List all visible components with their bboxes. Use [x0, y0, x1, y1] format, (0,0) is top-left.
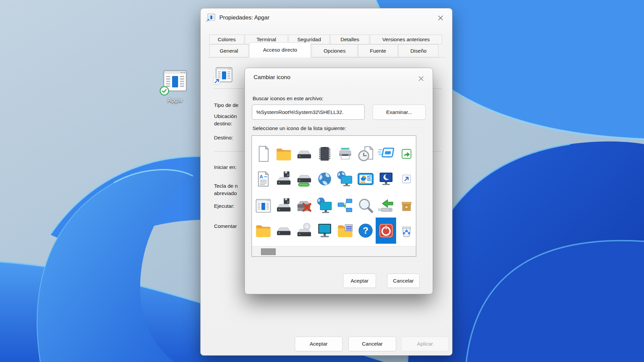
change-icon-cancel-button[interactable]: Cancelar	[387, 274, 420, 288]
folder-icon	[275, 145, 293, 163]
shortcut-overlay-icon	[400, 173, 413, 185]
drive-battery-icon	[295, 170, 313, 188]
window-app-shortcut-icon	[207, 12, 216, 23]
icon-grid-item-recycle-bin[interactable]	[396, 218, 416, 244]
shortcut-arrow-icon	[206, 18, 210, 22]
icon-grid-item-globe-monitor[interactable]	[335, 166, 355, 192]
icon-grid-item-drive-error[interactable]	[294, 193, 314, 219]
desktop-shortcut-apgar[interactable]: Apgar	[155, 66, 195, 104]
search-file-label: Buscar iconos en este archivo:	[253, 96, 323, 102]
tab-acceso-directo[interactable]: Acceso directo	[249, 42, 311, 58]
desktop-shortcut-label: Apgar	[155, 97, 195, 104]
icon-grid-item-cd-drive[interactable]	[294, 218, 314, 244]
properties-aplicar-button: Aplicar	[401, 337, 449, 351]
scrollbar-thumb[interactable]	[261, 248, 276, 255]
icon-grid-item-help-circle[interactable]: ?	[355, 218, 376, 244]
hard-drive-icon	[295, 145, 313, 163]
tab-versiones-anteriores[interactable]: Versiones anteriores	[370, 35, 442, 44]
tab-fuente[interactable]: Fuente	[358, 44, 398, 57]
properties-dialog-title: Propiedades: Apgar	[219, 14, 269, 21]
field-label: Ubicación destino:	[214, 113, 237, 127]
text-document-icon: A	[254, 170, 272, 188]
properties-aceptar-button[interactable]: Aceptar	[295, 337, 342, 351]
select-icon-label: Seleccione un icono de la lista siguient…	[253, 125, 346, 131]
icon-grid-item-usb-transfer[interactable]	[376, 193, 396, 219]
shortcut-arrow-icon	[213, 77, 220, 85]
globe-icon	[316, 170, 334, 188]
change-icon-ok-button[interactable]: Aceptar	[343, 274, 376, 288]
power-icon	[377, 222, 395, 240]
shortcut-preview-icon	[214, 65, 235, 85]
icon-grid-item-floppy-drive[interactable]	[273, 193, 294, 219]
drive-error-icon	[295, 197, 313, 215]
window-app-icon	[254, 197, 272, 215]
browse-button[interactable]: Examinar...	[373, 105, 426, 120]
icon-grid-item-monitor-globe[interactable]	[314, 193, 335, 219]
field-label: Destino:	[214, 134, 233, 141]
close-icon[interactable]	[415, 73, 427, 84]
field-label: Ejecutar:	[214, 202, 234, 210]
icon-grid-item-control-panel[interactable]	[355, 166, 376, 192]
properties-titlebar[interactable]: Propiedades: Apgar	[201, 8, 452, 27]
change-icon-dialog: Cambiar icono Buscar iconos en este arch…	[245, 68, 433, 294]
share-arrow-icon	[400, 147, 413, 161]
package-box-icon	[399, 198, 414, 213]
tab-general[interactable]: General	[209, 44, 249, 57]
icon-grid-item-globe[interactable]	[314, 166, 335, 192]
folder-apps-icon	[336, 222, 354, 240]
tab-colores[interactable]: Colores	[209, 35, 244, 44]
icon-grid-item-share-arrow[interactable]	[396, 141, 416, 167]
icon-grid-item-folder[interactable]	[273, 141, 294, 167]
properties-tab-row-2: GeneralAcceso directoOpcionesFuenteDiseñ…	[209, 44, 438, 58]
icon-grid-item-memory-chip[interactable]	[314, 141, 335, 167]
icon-grid-item-power-selected[interactable]	[376, 218, 396, 244]
tab-panel-edge	[207, 57, 445, 58]
floppy-drive-icon	[275, 197, 293, 215]
icon-grid-item-text-document[interactable]: A	[253, 166, 273, 192]
search-magnifier-icon	[357, 197, 375, 215]
properties-cancelar-button[interactable]: Cancelar	[348, 337, 396, 351]
field-label: Tecla de n abreviado	[214, 182, 238, 197]
network-screens-icon	[336, 197, 354, 215]
icon-grid-item-program-window[interactable]	[376, 141, 396, 167]
icon-grid-item-folder[interactable]	[253, 218, 273, 244]
blank-document-icon	[254, 145, 272, 163]
horizontal-scrollbar[interactable]	[252, 246, 416, 256]
icon-grid-item-monitor-moon[interactable]	[376, 166, 396, 192]
folder-icon	[254, 222, 272, 240]
icon-grid-item-search-magnifier[interactable]	[355, 193, 376, 219]
cd-drive-icon	[295, 222, 313, 240]
monitor-globe-icon	[316, 197, 334, 215]
program-window-icon	[377, 145, 395, 163]
icon-grid-item-monitor[interactable]	[314, 218, 335, 244]
icon-grid-item-folder-apps[interactable]	[335, 218, 355, 244]
floppy-drive-icon	[275, 170, 293, 188]
properties-tab-row-1: ColoresTerminalSeguridadDetallesVersione…	[209, 35, 442, 44]
icon-grid-item-hard-drive[interactable]	[294, 141, 314, 167]
icon-grid-item-printer[interactable]	[335, 141, 355, 167]
usb-transfer-icon	[377, 197, 395, 215]
green-check-badge-icon	[159, 86, 169, 96]
tab-detalles[interactable]: Detalles	[330, 35, 369, 44]
icon-grid-item-shortcut-overlay[interactable]	[396, 166, 416, 192]
icon-file-path-input[interactable]: %SystemRoot%\System32\SHELL32.	[252, 105, 365, 120]
icon-list-box[interactable]: A?	[252, 135, 416, 257]
icon-grid-item-document-clock[interactable]	[355, 141, 376, 167]
field-label: Iniciar en:	[214, 164, 236, 171]
icon-grid-item-floppy-drive[interactable]	[273, 166, 294, 192]
globe-monitor-icon	[336, 170, 354, 188]
memory-chip-icon	[316, 145, 334, 163]
close-icon[interactable]	[435, 12, 446, 23]
hard-drive-icon	[275, 222, 293, 240]
icon-grid-item-blank-document[interactable]	[253, 141, 273, 167]
tab-opciones[interactable]: Opciones	[312, 44, 358, 57]
icon-grid-item-network-screens[interactable]	[335, 193, 355, 219]
icon-grid-item-drive-battery[interactable]	[294, 166, 314, 192]
icon-grid-item-package-box[interactable]	[396, 193, 416, 219]
help-circle-icon: ?	[357, 222, 375, 240]
recycle-bin-icon	[398, 222, 415, 239]
icon-grid-item-hard-drive[interactable]	[273, 218, 294, 244]
icon-grid-item-window-app[interactable]	[253, 193, 273, 219]
tab-diseño[interactable]: Diseño	[398, 44, 438, 57]
change-icon-dialog-title: Cambiar icono	[254, 74, 290, 81]
